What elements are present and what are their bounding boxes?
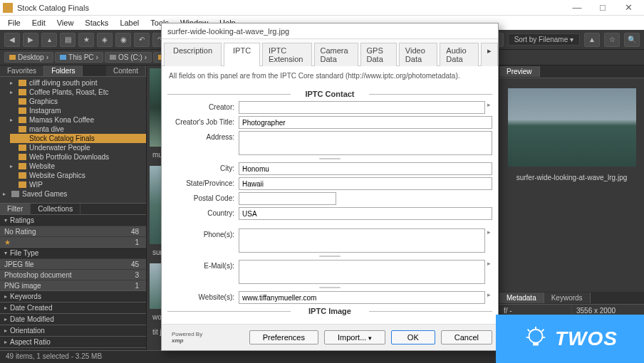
up-button[interactable]: ▴ <box>41 33 57 47</box>
tab-iptc-extension[interactable]: IPTC Extension <box>262 43 311 66</box>
input-state[interactable] <box>239 177 492 190</box>
tab-description[interactable]: Description <box>164 43 222 66</box>
filter-tabs: Filter Collections <box>0 204 146 214</box>
filetype-row[interactable]: JPEG file45 <box>0 258 146 269</box>
tab-audio-data[interactable]: Audio Data <box>440 43 479 66</box>
metadata-panel-header: Metadata Keywords <box>499 292 644 305</box>
dialog-note: All fields on this panel are from the IP… <box>162 66 498 85</box>
menu-stacks[interactable]: Stacks <box>80 17 113 28</box>
close-button[interactable]: ✕ <box>616 1 641 15</box>
rotate-ccw-button[interactable]: ↶ <box>134 33 150 47</box>
label-emails: E-Mail(s): <box>167 260 239 270</box>
preferences-button[interactable]: Preferences <box>249 330 318 344</box>
crumb-thispc[interactable]: This PC› <box>55 52 103 63</box>
dialog-tabs: Description IPTC IPTC Extension Camera D… <box>162 39 498 66</box>
label-city: City: <box>167 162 239 172</box>
input-country[interactable] <box>239 207 492 220</box>
tab-iptc[interactable]: IPTC <box>224 43 260 66</box>
camera-button[interactable]: ◉ <box>115 33 131 47</box>
filter-section[interactable]: Date Modified <box>0 313 146 325</box>
filter-section[interactable]: Keywords <box>0 290 146 302</box>
sort-dropdown[interactable]: Sort by Filename ▾ <box>508 33 580 46</box>
input-postal[interactable] <box>239 192 336 205</box>
tab-video-data[interactable]: Video Data <box>399 43 438 66</box>
input-phones[interactable] <box>239 228 485 253</box>
tab-camera-data[interactable]: Camera Data <box>314 43 358 66</box>
collections-tab[interactable]: Collections <box>31 204 80 214</box>
input-creator[interactable] <box>239 101 485 114</box>
cancel-button[interactable]: Cancel <box>441 330 492 344</box>
input-city[interactable] <box>239 162 492 175</box>
content-tab-stub[interactable]: Content <box>106 65 146 76</box>
favorites-tab[interactable]: Favorites <box>0 65 44 76</box>
folder-item[interactable]: Instagram <box>10 106 146 115</box>
input-websites[interactable] <box>239 291 485 304</box>
input-address[interactable] <box>239 131 492 155</box>
forward-button[interactable]: ▶ <box>23 33 38 47</box>
import-button[interactable]: Import... <box>324 330 385 344</box>
star-filter-button[interactable]: ☆ <box>604 33 620 47</box>
label-state: State/Province: <box>167 177 239 187</box>
tab-gps-data[interactable]: GPS Data <box>360 43 397 66</box>
crumb-desktop[interactable]: Desktop› <box>4 52 53 63</box>
filter-section[interactable]: Date Created <box>0 302 146 313</box>
metadata-tab[interactable]: Metadata <box>499 293 544 303</box>
watermark-text: TWOS <box>555 327 618 350</box>
ok-button[interactable]: OK <box>391 330 435 344</box>
label-websites: Website(s): <box>167 291 239 301</box>
folder-item-savedgames[interactable]: ▸Saved Games <box>3 189 146 199</box>
chevron-right-icon[interactable]: ▸ <box>485 228 492 236</box>
filetype-row[interactable]: Photoshop document3 <box>0 269 146 280</box>
filetype-row[interactable]: PNG image1 <box>0 280 146 290</box>
folder-item[interactable]: ▸Coffee Plants, Roast, Etc <box>10 88 146 97</box>
preview-tab[interactable]: Preview <box>499 66 540 77</box>
folders-tab[interactable]: Folders <box>44 65 83 76</box>
filter-section[interactable]: Orientation <box>0 325 146 336</box>
filter-tab[interactable]: Filter <box>0 204 31 214</box>
input-emails[interactable] <box>239 260 485 284</box>
rating-row[interactable]: No Rating48 <box>0 226 146 236</box>
chevron-right-icon[interactable]: ▸ <box>485 260 492 267</box>
chevron-right-icon[interactable]: ▸ <box>485 291 492 298</box>
maximize-button[interactable]: □ <box>590 1 616 15</box>
crumb-drive[interactable]: OS (C:)› <box>105 52 152 63</box>
folder-item[interactable]: Web Portfolio Downloads <box>10 152 146 162</box>
minimize-button[interactable]: — <box>564 1 590 15</box>
keywords-tab[interactable]: Keywords <box>544 293 591 303</box>
section-iptc-contact: IPTC Contact <box>167 90 492 98</box>
menu-edit[interactable]: Edit <box>27 17 51 28</box>
reveal-button[interactable]: ▤ <box>60 33 76 47</box>
rating-row[interactable]: ★1 <box>0 236 146 247</box>
filetype-section[interactable]: File Type <box>0 247 146 258</box>
folder-item[interactable]: WIP <box>10 180 146 189</box>
folder-item[interactable]: Graphics <box>10 97 146 106</box>
tab-scroll-right[interactable]: ▸ <box>481 43 498 66</box>
section-iptc-image: IPTC Image <box>167 307 492 315</box>
chevron-right-icon[interactable]: ▸ <box>485 101 492 108</box>
sort-direction-button[interactable]: ▲ <box>584 33 600 47</box>
favorite-button[interactable]: ★ <box>78 33 94 47</box>
folder-item[interactable]: ▸Website <box>10 162 146 171</box>
menu-view[interactable]: View <box>52 17 79 28</box>
ratings-section[interactable]: Ratings <box>0 214 146 226</box>
folder-item[interactable]: ▸Mamas Kona Coffee <box>10 115 146 125</box>
back-button[interactable]: ◀ <box>4 33 20 47</box>
folder-item-selected[interactable]: Stock Catalog Finals <box>10 134 146 143</box>
folder-tree: ▸cliff diving south point ▸Coffee Plants… <box>0 77 146 203</box>
window-title: Stock Catalog Finals <box>17 4 564 12</box>
menu-label[interactable]: Label <box>115 17 144 28</box>
input-jobtitle[interactable] <box>239 116 492 129</box>
folder-item[interactable]: Website Graphics <box>10 171 146 180</box>
label-country: Country: <box>167 207 239 217</box>
menu-file[interactable]: File <box>3 17 26 28</box>
powered-by: Powered By xmp <box>167 331 202 344</box>
folder-item[interactable]: manta dive <box>10 125 146 134</box>
cc-button[interactable]: ◈ <box>97 33 113 47</box>
search-icon[interactable]: 🔍 <box>624 33 640 47</box>
xmp-logo: xmp <box>172 337 183 344</box>
folder-item[interactable]: ▸cliff diving south point <box>10 78 146 88</box>
filter-section[interactable]: Aspect Ratio <box>0 336 146 347</box>
label-jobtitle: Creator's Job Title: <box>167 116 239 126</box>
label-creator: Creator: <box>167 101 239 111</box>
folder-item[interactable]: Underwater People <box>10 143 146 152</box>
